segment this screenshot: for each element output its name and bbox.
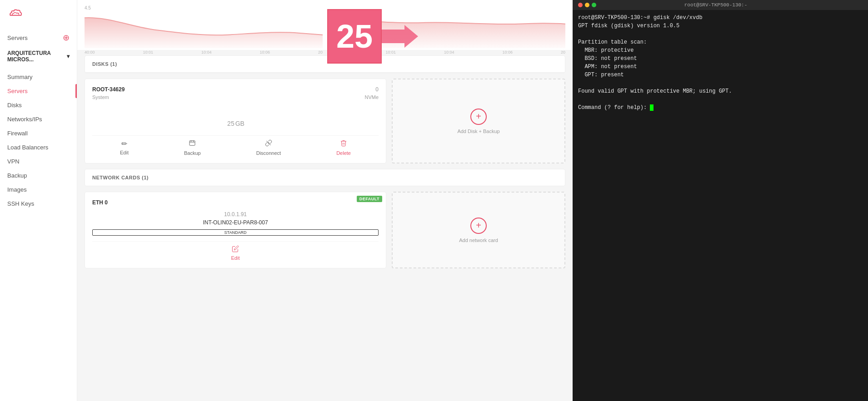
eth-edit-button[interactable]: Edit	[231, 245, 240, 261]
disks-header-label: DISKS (1)	[92, 61, 117, 67]
sidebar-nav: Summary Servers Disks Networks/IPs Firew…	[0, 70, 77, 401]
charts-area: 4.5 40:0010:0110:0410:0620	[77, 0, 573, 50]
eth-name: ETH 0	[92, 199, 379, 206]
disk-interface: NVMe	[364, 94, 379, 100]
chart-1-label: 4.5	[85, 5, 91, 10]
overlay-container: 25	[327, 9, 418, 64]
chart-1-svg	[85, 12, 323, 48]
eth-card: DEFAULT ETH 0 10.0.1.91 INT-OLIN02-EU-PA…	[85, 192, 386, 268]
terminal-minimize-dot[interactable]	[585, 3, 589, 7]
terminal-close-dot[interactable]	[578, 3, 583, 7]
terminal-titlebar: root@SRV-TKP500-130:-	[573, 0, 868, 10]
terminal-panel: root@SRV-TKP500-130:- root@SRV-TKP500-13…	[573, 0, 868, 401]
logo-icon	[7, 8, 22, 21]
disks-section-card: DISKS (1)	[85, 55, 565, 73]
servers-section: Servers ⊕	[0, 29, 77, 46]
add-server-icon[interactable]: ⊕	[63, 33, 70, 43]
terminal-line-1: root@SRV-TKP500-130:~# gdisk /dev/xvdb	[578, 14, 863, 22]
network-cards-body: DEFAULT ETH 0 10.0.1.91 INT-OLIN02-EU-PA…	[85, 186, 565, 274]
eth-ip: 10.0.1.91	[92, 211, 379, 218]
add-disk-label: Add Disk + Backup	[457, 129, 499, 134]
main-content: 4.5 40:0010:0110:0410:0620	[77, 0, 573, 401]
add-network-circle: +	[470, 218, 487, 234]
terminal-cursor	[650, 104, 653, 111]
terminal-maximize-dot[interactable]	[592, 3, 596, 7]
delete-label: Delete	[336, 150, 351, 156]
network-header-label: NETWORK CARDS (1)	[92, 175, 149, 180]
add-network-card[interactable]: + Add network card	[392, 192, 565, 268]
sidebar-item-servers[interactable]: Servers	[0, 84, 77, 98]
eth-edit-icon	[232, 245, 239, 253]
sidebar-item-networks[interactable]: Networks/IPs	[0, 112, 77, 126]
sidebar-item-images[interactable]: Images	[0, 183, 77, 197]
svg-rect-0	[190, 141, 195, 146]
servers-label: Servers	[7, 35, 28, 41]
overlay-arrow	[382, 23, 418, 50]
svg-line-4	[266, 141, 270, 145]
disk-edit-button[interactable]: ✏ Edit	[120, 139, 129, 156]
sidebar-item-firewall[interactable]: Firewall	[0, 126, 77, 140]
network-section: NETWORK CARDS (1) DEFAULT ETH 0 10.0.1.9…	[85, 169, 565, 274]
edit-label: Edit	[120, 150, 129, 155]
terminal-line-8: GPT: present	[578, 71, 863, 79]
terminal-line-9	[578, 79, 863, 87]
terminal-line-7: APM: not present	[578, 63, 863, 71]
disk-item-header: ROOT-34629 0	[92, 86, 379, 93]
terminal-line-2: GPT fdisk (gdisk) version 1.0.5	[578, 22, 863, 30]
disk-actions: ✏ Edit Backup	[92, 135, 379, 156]
terminal-line-5: MBR: protective	[578, 46, 863, 54]
add-network-label: Add network card	[459, 238, 498, 243]
sidebar-item-vpn[interactable]: VPN	[0, 154, 77, 168]
terminal-title: root@SRV-TKP500-130:-	[684, 2, 748, 8]
terminal-line-6: BSD: not present	[578, 54, 863, 63]
chart-1: 4.5 40:0010:0110:0410:0620	[85, 5, 323, 50]
overlay-number: 25	[336, 18, 373, 55]
eth-type-label: STANDARD	[224, 230, 247, 235]
disk-number: 0	[375, 86, 379, 93]
backup-label: Backup	[184, 150, 201, 156]
sidebar: Servers ⊕ ARQUITECTURA MICROS... ▾ Summa…	[0, 0, 77, 401]
sidebar-item-ssh-keys[interactable]: SSH Keys	[0, 197, 77, 211]
disks-section-header: DISKS (1)	[85, 56, 565, 73]
project-label: ARQUITECTURA MICROS...	[7, 50, 65, 63]
logo	[0, 0, 77, 29]
disk-card-area: ROOT-34629 0 System NVMe 25GB ✏ Edit	[85, 79, 565, 163]
network-section-header: NETWORK CARDS (1)	[85, 169, 565, 186]
terminal-content: root@SRV-TKP500-130:~# gdisk /dev/xvdb G…	[578, 14, 863, 112]
chevron-down-icon: ▾	[67, 53, 70, 59]
sidebar-item-disks[interactable]: Disks	[0, 98, 77, 112]
disk-delete-button[interactable]: Delete	[336, 139, 351, 156]
backup-icon	[189, 139, 196, 149]
eth-network: INT-OLIN02-EU-PAR8-007	[92, 219, 379, 226]
terminal-line-10: Found valid GPT with protective MBR; usi…	[578, 87, 863, 95]
sidebar-item-summary[interactable]: Summary	[0, 70, 77, 84]
default-badge: DEFAULT	[357, 196, 382, 202]
eth-edit-label: Edit	[231, 255, 240, 261]
disk-size: 25GB	[92, 105, 379, 135]
project-selector[interactable]: ARQUITECTURA MICROS... ▾	[0, 46, 77, 66]
disk-disconnect-button[interactable]: Disconnect	[256, 139, 281, 156]
disk-type: System	[92, 94, 109, 100]
chart-1-time-labels: 40:0010:0110:0410:0620	[85, 50, 323, 54]
disk-meta: System NVMe	[92, 94, 379, 100]
disk-item: ROOT-34629 0 System NVMe 25GB ✏ Edit	[85, 79, 386, 163]
disk-name: ROOT-34629	[92, 86, 125, 93]
disconnect-label: Disconnect	[256, 150, 281, 156]
disk-size-unit: GB	[235, 120, 244, 127]
overlay-number-badge: 25	[327, 9, 382, 64]
eth-type-badge: STANDARD	[92, 229, 379, 236]
disk-size-number: 25	[227, 120, 234, 127]
terminal-line-11	[578, 95, 863, 104]
edit-icon: ✏	[121, 139, 127, 148]
terminal-line-3	[578, 30, 863, 38]
disk-backup-button[interactable]: Backup	[184, 139, 201, 156]
terminal-controls	[578, 3, 596, 7]
sidebar-item-backup[interactable]: Backup	[0, 168, 77, 183]
terminal-line-12: Command (? for help):	[578, 104, 863, 112]
add-disk-circle: +	[470, 109, 487, 125]
terminal-line-4: Partition table scan:	[578, 38, 863, 46]
add-disk-card[interactable]: + Add Disk + Backup	[392, 79, 565, 163]
sidebar-item-load-balancers[interactable]: Load Balancers	[0, 140, 77, 154]
delete-icon	[340, 139, 347, 149]
eth-actions: Edit	[92, 241, 379, 261]
